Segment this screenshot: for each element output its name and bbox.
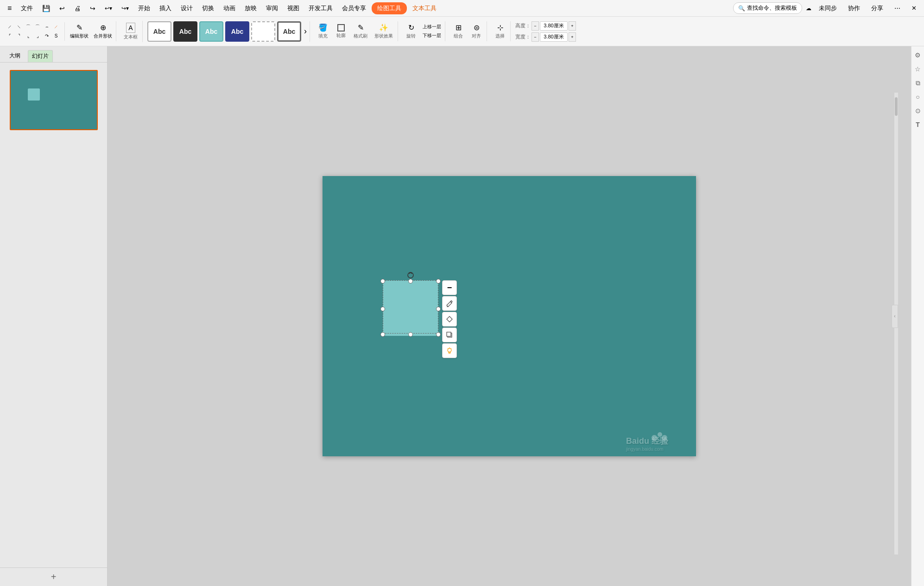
handle-top-right[interactable] <box>436 279 441 284</box>
svg-line-7 <box>451 348 451 349</box>
more-icon[interactable]: ⋯ <box>891 3 904 13</box>
height-increase[interactable]: + <box>569 21 576 31</box>
move-down-button[interactable]: 下移一层 <box>421 32 443 40</box>
panel-tabs: 大纲 幻灯片 <box>0 46 107 63</box>
handle-bottom-middle[interactable] <box>408 332 413 337</box>
handle-bottom-right[interactable] <box>436 332 441 337</box>
move-up-button[interactable]: 上移一层 <box>421 23 443 31</box>
handle-top-middle[interactable] <box>408 279 413 284</box>
save-icon[interactable]: 💾 <box>38 3 54 14</box>
menu-start[interactable]: 开始 <box>134 2 154 14</box>
right-panel-pin[interactable]: ⊙ <box>913 106 923 116</box>
line-tool-2[interactable]: ⟍ <box>15 23 23 31</box>
menu-play[interactable]: 放映 <box>241 2 260 14</box>
line-tool-4[interactable]: ⌒ <box>33 23 42 31</box>
rotate-handle[interactable] <box>407 271 414 279</box>
sync-label[interactable]: 未同步 <box>815 2 841 14</box>
height-decrease[interactable]: − <box>532 21 539 31</box>
menu-review[interactable]: 审阅 <box>262 2 282 14</box>
shape-body[interactable] <box>383 280 438 336</box>
scrollbar-thumb[interactable] <box>895 97 898 116</box>
menu-insert[interactable]: 插入 <box>156 2 175 14</box>
menu-design[interactable]: 设计 <box>177 2 196 14</box>
handle-middle-left[interactable] <box>380 307 385 311</box>
line-tool-10[interactable]: ⌟ <box>33 32 42 40</box>
shape-style-2[interactable]: Abc <box>173 21 197 42</box>
width-decrease[interactable]: − <box>532 32 539 42</box>
ctx-delete-button[interactable]: − <box>442 280 457 295</box>
styles-scroll-right[interactable]: › <box>303 26 308 36</box>
width-input[interactable] <box>540 32 568 42</box>
search-placeholder: 查找命令、搜索模板 <box>747 4 797 12</box>
select-button[interactable]: ⊹ 选择 <box>492 21 508 41</box>
menu-view[interactable]: 视图 <box>284 2 303 14</box>
collab-button[interactable]: 协作 <box>844 2 864 14</box>
slide-thumb-1[interactable] <box>10 70 98 130</box>
menu-text-tools[interactable]: 文本工具 <box>409 2 440 14</box>
textbox-button[interactable]: A 文本框 <box>121 21 140 42</box>
menu-switch[interactable]: 切换 <box>198 2 218 14</box>
search-command-input[interactable]: 🔍 查找命令、搜索模板 <box>733 2 802 14</box>
canvas-area[interactable]: − <box>108 46 911 586</box>
align-button[interactable]: ⊜ 对齐 <box>468 21 485 41</box>
handle-middle-right[interactable] <box>436 307 441 311</box>
ctx-idea-button[interactable] <box>442 343 457 358</box>
line-tool-7[interactable]: ⌜ <box>6 32 14 40</box>
ctx-edit-button[interactable] <box>442 296 457 311</box>
shape-style-3[interactable]: Abc <box>199 21 223 42</box>
rotate-button[interactable]: ↻ 旋转 <box>403 21 419 41</box>
format-brush-button[interactable]: ✎ 格式刷 <box>351 21 370 41</box>
redo-icon[interactable]: ↪▾ <box>118 3 133 13</box>
hamburger-icon[interactable]: ≡ <box>4 2 15 14</box>
svg-line-8 <box>448 348 448 349</box>
menu-member[interactable]: 会员专享 <box>338 2 370 14</box>
line-tool-6[interactable]: ⟋ <box>52 23 60 31</box>
share-button[interactable]: 分享 <box>867 2 887 14</box>
right-panel-collapse[interactable]: ‹ <box>892 305 898 328</box>
add-slide-button[interactable]: + <box>0 567 107 586</box>
undo-icon[interactable]: ↩ <box>56 3 69 14</box>
shape-style-1[interactable]: Abc <box>147 21 171 42</box>
edit-shape-button[interactable]: ✎ 编辑形状 <box>68 21 90 41</box>
menu-devtools[interactable]: 开发工具 <box>305 2 336 14</box>
group-button[interactable]: ⊞ 组合 <box>450 21 467 41</box>
ctx-diamond-button[interactable] <box>442 312 457 327</box>
line-tool-9[interactable]: ⌞ <box>24 32 32 40</box>
right-panel-text[interactable]: T <box>913 120 923 130</box>
right-panel-settings[interactable]: ⚙ <box>913 50 923 60</box>
line-tool-3[interactable]: ⌒ <box>24 23 32 31</box>
line-tool-5[interactable]: ⌢ <box>43 23 51 31</box>
line-tool-1[interactable]: ⟋ <box>6 23 14 31</box>
line-tool-12[interactable]: S <box>52 32 60 40</box>
print-icon[interactable]: 🖨 <box>70 3 84 14</box>
height-input[interactable] <box>540 21 568 31</box>
svg-point-10 <box>658 432 662 437</box>
shape-effect-button[interactable]: ✨ 形状效果 <box>372 21 396 41</box>
slide-canvas[interactable]: − <box>323 176 696 456</box>
right-panel-circle[interactable]: ○ <box>913 92 923 102</box>
tab-slides[interactable]: 幻灯片 <box>28 50 53 62</box>
menu-drawing-tools[interactable]: 绘图工具 <box>372 2 407 14</box>
shape-style-4[interactable]: Abc <box>225 21 249 42</box>
fill-button[interactable]: 🪣 填充 <box>315 21 331 41</box>
menu-file[interactable]: 文件 <box>17 2 37 14</box>
right-panel-copy[interactable]: ⧉ <box>913 78 923 88</box>
main-area: 大纲 幻灯片 1 + <box>0 46 924 586</box>
handle-bottom-left[interactable] <box>380 332 385 337</box>
close-icon[interactable]: ✕ <box>908 3 920 13</box>
menu-animate[interactable]: 动画 <box>220 2 239 14</box>
tab-outline[interactable]: 大纲 <box>6 50 24 62</box>
handle-top-left[interactable] <box>380 279 385 284</box>
ctx-copy-button[interactable] <box>442 328 457 342</box>
undo2-icon[interactable]: ↩▾ <box>101 3 116 13</box>
format-section: 🪣 填充 轮廓 ✎ 格式刷 ✨ 形状效果 <box>313 21 398 41</box>
redo2-icon[interactable]: ↪ <box>86 3 99 14</box>
shape-style-5[interactable] <box>251 21 275 42</box>
right-panel-star[interactable]: ☆ <box>913 64 923 74</box>
outline-button[interactable]: 轮廓 <box>333 22 349 41</box>
merge-shape-button[interactable]: ⊕ 合并形状 <box>92 21 114 41</box>
line-tool-11[interactable]: ↷ <box>43 32 51 40</box>
width-increase[interactable]: + <box>569 32 576 42</box>
line-tool-8[interactable]: ⌝ <box>15 32 23 40</box>
shape-style-6[interactable]: Abc <box>277 21 301 42</box>
